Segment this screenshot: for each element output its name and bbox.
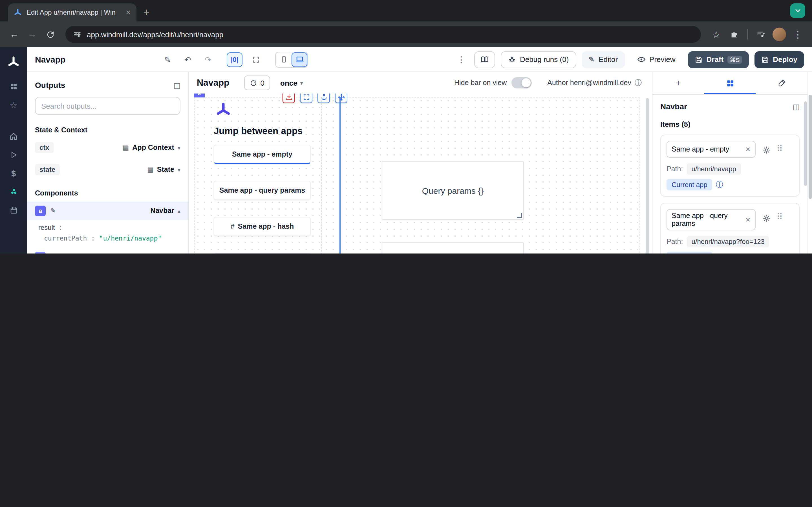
bookmark-icon[interactable]: ☆	[708, 26, 725, 43]
resize-guide-line[interactable]	[340, 98, 341, 253]
rail-schedules-icon[interactable]	[0, 201, 27, 220]
path-label: Path:	[666, 238, 683, 245]
component-fullscreen-button[interactable]	[300, 94, 312, 103]
nav-item-same-app-empty[interactable]: Same app - empty	[214, 145, 311, 164]
drag-handle-icon[interactable]: ⠿	[776, 212, 782, 222]
undo-icon[interactable]: ↶	[181, 52, 195, 67]
component-expand-down-button[interactable]	[283, 94, 295, 103]
search-outputs-input[interactable]	[35, 97, 181, 115]
item-settings-icon[interactable]	[762, 145, 771, 155]
pencil-icon[interactable]: ✎	[50, 207, 56, 215]
items-count-label: Items (5)	[660, 120, 800, 128]
tab-styling[interactable]	[756, 72, 808, 94]
draft-button[interactable]: Draft ⌘S	[688, 51, 749, 68]
item-path[interactable]: u/henri/navapp	[687, 163, 741, 175]
info-icon[interactable]: ⓘ	[635, 78, 642, 88]
run-mode-dropdown[interactable]: once ▾	[280, 78, 303, 87]
toggle-centered-layout[interactable]: |0|	[227, 52, 243, 67]
rail-apps-icon[interactable]	[0, 77, 27, 96]
windmill-logo[interactable]	[0, 53, 27, 71]
remove-item-icon[interactable]: ✕	[741, 146, 751, 153]
navbar-component-row[interactable]: a ✎ Navbar ▴	[27, 202, 188, 220]
settings-title: Navbar	[660, 102, 687, 111]
rail-favorites-icon[interactable]: ☆	[0, 96, 27, 114]
canvas-scrollbar[interactable]	[646, 98, 649, 253]
url-bar[interactable]: app.windmill.dev/apps/edit/u/henri/navap…	[65, 26, 701, 43]
tab-component-settings[interactable]	[704, 72, 756, 94]
query-params-component[interactable]: Query params {}	[382, 161, 524, 220]
extensions-icon[interactable]	[726, 26, 743, 43]
edit-title-icon[interactable]: ✎	[160, 52, 175, 67]
hash-component[interactable]: Hash:	[382, 242, 524, 253]
forward-button[interactable]: →	[24, 26, 41, 43]
rail-resources-icon[interactable]	[0, 182, 27, 201]
item-label-input[interactable]: Same app - empty ✕	[666, 141, 756, 158]
back-button[interactable]: ←	[6, 26, 22, 43]
info-icon[interactable]: ⓘ	[716, 180, 723, 190]
tab-title: Edit App u/henri/navapp | Win	[27, 8, 121, 16]
tab-overflow-button[interactable]	[790, 3, 805, 18]
ctx-row[interactable]: ctx ▤ App Context ▾	[35, 139, 181, 156]
new-tab-button[interactable]: +	[143, 6, 149, 18]
drag-handle-icon[interactable]: ⠿	[776, 144, 782, 154]
container-e-row[interactable]: e ☝ Container ▾	[35, 248, 181, 253]
profile-avatar[interactable]	[772, 27, 786, 41]
deploy-button[interactable]: Deploy	[754, 51, 804, 68]
settings-scrollbar[interactable]	[804, 101, 807, 186]
nav-item-query-params[interactable]: Same app - query params	[214, 181, 311, 200]
app-heading: Jump between apps	[214, 126, 303, 136]
currentpath-key: currentPath	[44, 234, 87, 242]
outputs-panel: Outputs ◫ State & Context ctx ▤ App Cont…	[27, 72, 189, 253]
nav-item-hash[interactable]: #Same app - hash	[214, 217, 311, 236]
url-text: app.windmill.dev/apps/edit/u/henri/navap…	[87, 30, 223, 39]
state-row[interactable]: state ▤ State ▾	[35, 161, 181, 178]
remove-item-icon[interactable]: ✕	[741, 216, 751, 223]
scrollbar-thumb[interactable]	[809, 95, 812, 199]
browser-menu-icon[interactable]: ⋮	[790, 26, 806, 43]
canvas-grid[interactable]: a Jump between apps Same ap	[194, 97, 640, 253]
canvas-app-title: Navapp	[197, 78, 230, 88]
nav-item-external-link[interactable]: External link	[214, 253, 311, 253]
chevron-up-icon[interactable]: ▴	[177, 208, 181, 214]
media-controls-icon[interactable]	[752, 26, 769, 43]
collapse-panel-icon[interactable]: ◫	[173, 81, 181, 89]
hash-icon: #	[231, 223, 235, 230]
item-label-input[interactable]: Same app - query params ✕	[666, 209, 756, 230]
draft-shortcut: ⌘S	[727, 55, 742, 63]
window-scrollbar[interactable]	[808, 72, 812, 253]
reload-button[interactable]	[42, 26, 59, 43]
redo-icon[interactable]: ↷	[201, 52, 215, 67]
component-move-button[interactable]	[335, 94, 347, 103]
tab-insert-component[interactable]: +	[652, 72, 704, 94]
screen: Edit App u/henri/navapp | Win ✕ + ← → ap…	[0, 0, 812, 253]
mobile-view-button[interactable]	[276, 52, 292, 67]
nav-rail: ☆ $ ? →	[0, 47, 27, 253]
info-icon[interactable]: ⓘ	[716, 252, 723, 253]
editor-tab-button[interactable]: ✎ Editor	[581, 51, 624, 68]
currentpath-value: "u/henri/navapp"	[99, 234, 162, 242]
rail-home-icon[interactable]	[0, 127, 27, 145]
ctx-label: App Context	[132, 144, 174, 152]
hide-bar-toggle[interactable]	[511, 77, 531, 89]
main-column: Navapp ✎ ↶ ↷ |0| ⋮ Debug runs (0)	[27, 47, 812, 253]
chevron-down-icon[interactable]: ▾	[177, 166, 181, 173]
rail-variables-icon[interactable]: $	[0, 164, 27, 182]
canvas-area[interactable]: a Jump between apps Same ap	[189, 94, 652, 253]
collapse-panel-icon[interactable]: ◫	[793, 102, 800, 111]
debug-runs-button[interactable]: Debug runs (0)	[501, 51, 576, 68]
browser-tab[interactable]: Edit App u/henri/navapp | Win ✕	[8, 3, 137, 21]
refresh-count-button[interactable]: 0	[244, 75, 270, 90]
toggle-fullwidth[interactable]	[248, 52, 264, 67]
center-column: Navapp 0 once ▾ Hide bar on view	[189, 72, 652, 253]
header-menu-icon[interactable]: ⋮	[454, 52, 469, 67]
item-settings-icon[interactable]	[762, 213, 771, 223]
chevron-down-icon[interactable]: ▾	[177, 145, 181, 151]
docs-button[interactable]	[474, 51, 495, 68]
component-anchor-button[interactable]	[317, 94, 330, 103]
desktop-view-button[interactable]	[292, 52, 307, 67]
rail-runs-icon[interactable]	[0, 145, 27, 164]
preview-tab-button[interactable]: Preview	[630, 51, 682, 68]
site-settings-icon[interactable]	[73, 31, 81, 38]
item-path[interactable]: u/henri/navapp?foo=123	[687, 236, 769, 247]
tab-close-icon[interactable]: ✕	[126, 9, 131, 16]
